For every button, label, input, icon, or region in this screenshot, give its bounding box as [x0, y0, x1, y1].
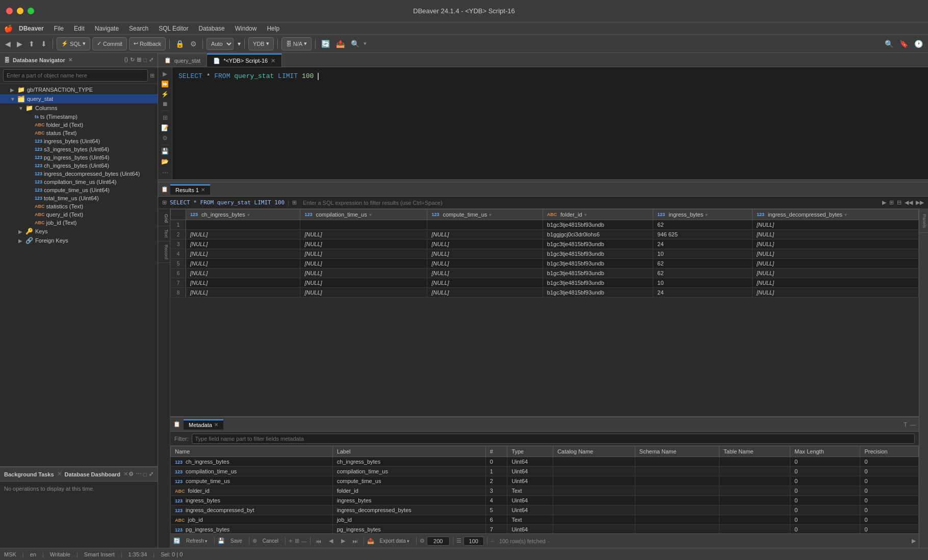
- run-script-btn[interactable]: ⏩: [160, 79, 171, 89]
- settings-icon[interactable]: ⚙: [188, 39, 199, 49]
- menu-search[interactable]: Search: [125, 24, 152, 33]
- nav-down-icon[interactable]: ⬇: [39, 39, 49, 49]
- text-view-tab[interactable]: Text: [158, 226, 170, 242]
- tree-item-ingress-bytes[interactable]: 123 ingress_bytes (Uint64): [0, 137, 158, 145]
- metadata-row[interactable]: 123 compilation_time_us compilation_time…: [171, 467, 919, 476]
- rollback-button[interactable]: ↩ Rollback: [129, 37, 166, 50]
- meta-col-precision[interactable]: Precision: [860, 446, 919, 457]
- nav-up-icon[interactable]: ⬆: [27, 39, 37, 49]
- menu-window[interactable]: Window: [231, 24, 261, 33]
- minimize-button[interactable]: [17, 8, 23, 14]
- meta-col-label[interactable]: Label: [332, 446, 485, 457]
- maximize-panel-icon[interactable]: ⤢: [149, 57, 153, 63]
- results-nav-next[interactable]: ▶▶: [916, 199, 924, 206]
- save-script-btn[interactable]: 💾: [160, 147, 171, 156]
- search-global-icon[interactable]: 🔍: [883, 39, 895, 49]
- menu-file[interactable]: File: [50, 24, 68, 33]
- tree-item-job-id[interactable]: ABC job_id (Text): [0, 219, 158, 227]
- meta-col-name[interactable]: Name: [171, 446, 333, 457]
- col-folder-id[interactable]: ABC folder_id ▾: [543, 209, 653, 220]
- more-btn[interactable]: ⋯: [160, 168, 171, 177]
- auto-dropdown-icon[interactable]: ▾: [238, 40, 241, 47]
- copy-row-icon[interactable]: ⊞: [295, 538, 299, 544]
- results-tab-close[interactable]: ✕: [201, 187, 205, 193]
- tree-item-statistics[interactable]: ABC statistics (Text): [0, 202, 158, 210]
- delete-row-icon[interactable]: —: [301, 538, 307, 544]
- format-btn[interactable]: ⊞: [160, 113, 171, 122]
- tree-item-ingress-decomp[interactable]: 123 ingress_decompressed_bytes (Uint64): [0, 170, 158, 178]
- meta-col-num[interactable]: #: [485, 446, 507, 457]
- tree-item-query-stat[interactable]: ▼ 🗂️ query_stat: [0, 94, 158, 103]
- results-nav-prev[interactable]: ◀◀: [905, 199, 913, 206]
- refresh-toolbar-icon[interactable]: 🔄: [319, 39, 332, 49]
- export-button[interactable]: Export data ▾: [376, 536, 413, 547]
- settings-icon2[interactable]: ⚙: [420, 538, 425, 544]
- tree-item-columns[interactable]: ▼ 📁 Columns: [0, 103, 158, 113]
- metadata-text-icon[interactable]: T: [904, 421, 907, 428]
- results-tab-1[interactable]: Results 1 ✕: [170, 184, 210, 195]
- table-row[interactable]: 6 [NULL] [NULL] [NULL] b1gc3tje4815bf93u…: [171, 269, 919, 278]
- tree-item-status[interactable]: ABC status (Text): [0, 129, 158, 137]
- table-row[interactable]: 3 [NULL] [NULL] [NULL] b1gc3tje4815bf93u…: [171, 239, 919, 249]
- tree-item-folder-id[interactable]: ABC folder_id (Text): [0, 121, 158, 129]
- col-ingress-decomp[interactable]: 123 ingress_decompressed_bytes ▾: [752, 209, 918, 220]
- results-filter-apply-icon[interactable]: ⊟: [897, 199, 901, 206]
- limit2-input[interactable]: [463, 537, 484, 546]
- filter-icon[interactable]: ⊞: [137, 57, 141, 63]
- limit-input[interactable]: [427, 537, 450, 546]
- bg-tasks-tab[interactable]: Background Tasks: [4, 471, 54, 477]
- col-compute-time[interactable]: 123 compute_time_us ▾: [427, 209, 543, 220]
- search-filter-icon[interactable]: ⊞: [150, 72, 154, 79]
- table-row[interactable]: 8 [NULL] [NULL] [NULL] b1gc3tje4815bf93u…: [171, 288, 919, 298]
- tree-item-compilation[interactable]: 123 compilation_time_us (Uint64): [0, 178, 158, 186]
- tree-item-keys[interactable]: ▶ 🔑 Keys: [0, 227, 158, 236]
- grid-view-tab[interactable]: Grid: [158, 211, 170, 226]
- code-editor[interactable]: SELECT * FROM query_stat LIMIT 100: [172, 67, 928, 179]
- metadata-tab[interactable]: Metadata ✕: [184, 419, 223, 430]
- open-btn[interactable]: 📂: [160, 157, 171, 166]
- table-row[interactable]: 2 [NULL] [NULL] [NULL] b1ggjgcj0ci3dr0lo…: [171, 230, 919, 239]
- nav-next[interactable]: ▶: [338, 536, 348, 546]
- col-compilation-time[interactable]: 123 compilation_time_us ▾: [300, 209, 427, 220]
- metadata-row[interactable]: 123 compute_time_us compute_time_us 2 Ui…: [171, 476, 919, 486]
- gear-icon[interactable]: ⚙: [128, 471, 134, 477]
- refresh-button[interactable]: Refresh ▾: [183, 536, 211, 547]
- add-row-icon[interactable]: +: [289, 537, 293, 545]
- commit-button[interactable]: ✓ Commit: [92, 37, 127, 50]
- tab-script16[interactable]: 📄 *<YDB> Script-16 ✕: [207, 54, 282, 67]
- metadata-row[interactable]: ABC job_id job_id 6 Text 00: [171, 515, 919, 525]
- meta-col-catalog[interactable]: Catalog Name: [553, 446, 635, 457]
- tree-item-transaction-type[interactable]: ▶ 📁 gb/TRANSACTION_TYPE: [0, 85, 158, 94]
- tree-item-fk[interactable]: ▶ 🔗 Foreign Keys: [0, 236, 158, 245]
- search-dropdown-icon[interactable]: ▾: [364, 40, 367, 47]
- meta-col-type[interactable]: Type: [507, 446, 553, 457]
- tree-item-s3[interactable]: 123 s3_ingress_bytes (Uint64): [0, 145, 158, 153]
- nav-prev[interactable]: ◀: [326, 536, 336, 546]
- explain-btn[interactable]: ⚡: [160, 90, 171, 99]
- tree-item-compute[interactable]: 123 compute_time_us (Uint64): [0, 186, 158, 194]
- recent-icon[interactable]: 🕐: [912, 39, 925, 49]
- tab-script16-close[interactable]: ✕: [271, 58, 275, 64]
- settings-btn[interactable]: ⚙: [160, 134, 171, 143]
- close-panel-icon[interactable]: ✕: [68, 57, 72, 63]
- meta-col-maxlen[interactable]: Max Length: [790, 446, 860, 457]
- export-dropdown[interactable]: ▾: [407, 539, 409, 544]
- metadata-row[interactable]: 123 ingress_decompressed_byt ingress_dec…: [171, 505, 919, 515]
- tree-item-ts[interactable]: ts ts (Timestamp): [0, 113, 158, 121]
- menu-navigate[interactable]: Navigate: [91, 24, 123, 33]
- col-ingress-bytes[interactable]: 123 ingress_bytes ▾: [653, 209, 753, 220]
- results-settings-icon[interactable]: ⊞: [889, 199, 894, 206]
- data-table-container[interactable]: 123 ch_ingress_bytes ▾ 123 compi: [170, 209, 919, 416]
- bookmarks-icon[interactable]: 🔖: [897, 39, 910, 49]
- collapse-icon[interactable]: ⟨⟩: [124, 57, 128, 63]
- metadata-tab-close[interactable]: ✕: [214, 422, 218, 428]
- ydb-connection-btn[interactable]: YDB ▾: [248, 37, 274, 50]
- cancel-button[interactable]: Cancel: [259, 536, 282, 547]
- run-btn[interactable]: ▶: [160, 69, 171, 78]
- right-arrow-icon[interactable]: ▶: [912, 538, 916, 544]
- results-run-icon[interactable]: ▶: [882, 199, 886, 206]
- table-row[interactable]: 7 [NULL] [NULL] [NULL] b1gc3tje4815bf93u…: [171, 278, 919, 288]
- nav-first[interactable]: ⏮: [314, 536, 324, 546]
- export-toolbar-icon[interactable]: 📤: [334, 39, 347, 49]
- nav-forward-icon[interactable]: ▶: [15, 39, 24, 49]
